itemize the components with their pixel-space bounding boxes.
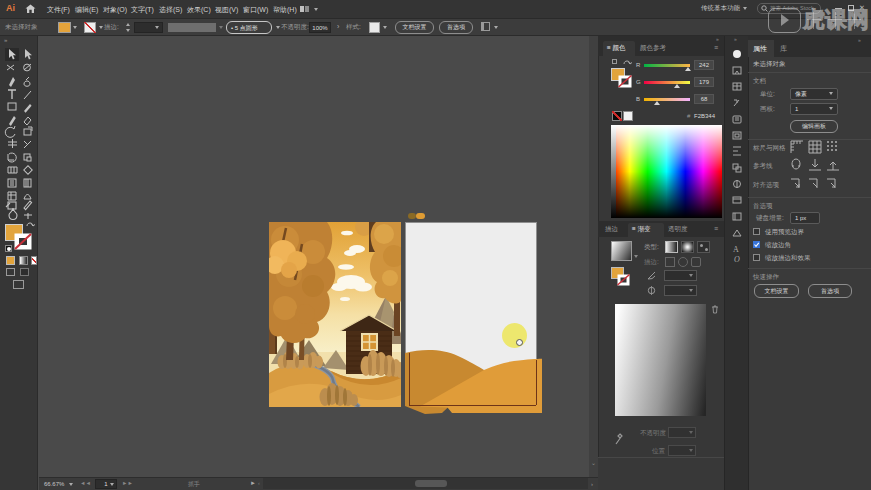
svg-text:A: A — [733, 245, 739, 254]
svg-text:O: O — [734, 255, 740, 264]
